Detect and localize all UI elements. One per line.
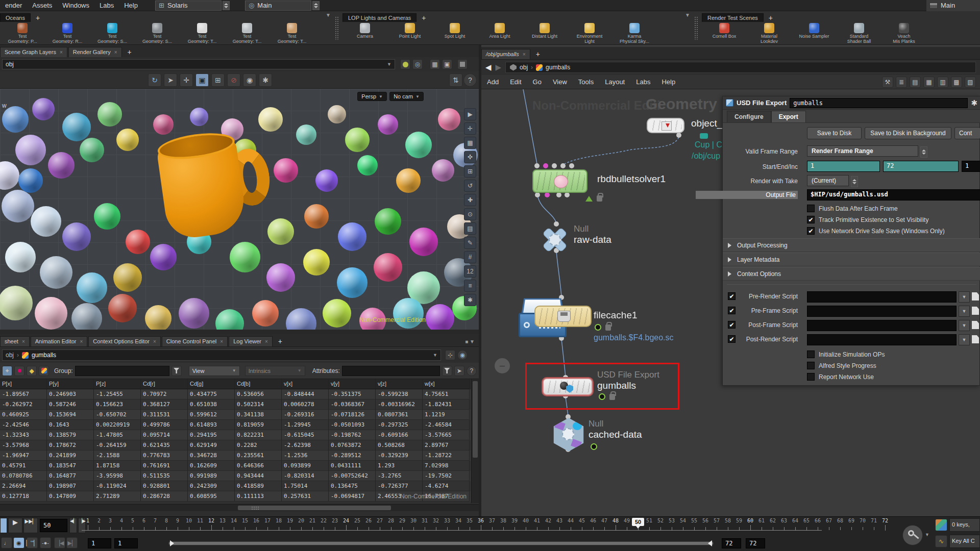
viewport-side-icon-9[interactable]: ✎ xyxy=(464,237,476,249)
close-icon[interactable]: × xyxy=(153,339,156,344)
net-menu-tools[interactable]: Tools xyxy=(573,75,599,89)
vertex-mode-icon[interactable] xyxy=(14,366,24,376)
view-dropdown[interactable]: View▼ xyxy=(189,366,240,376)
new-tab-button[interactable]: + xyxy=(274,337,287,346)
close-icon[interactable]: × xyxy=(220,339,223,344)
tab-log-viewer[interactable]: Log Viewer× xyxy=(229,336,273,346)
close-icon[interactable]: × xyxy=(523,52,526,57)
shelf-tab-0[interactable]: Oceans xyxy=(0,13,31,22)
close-icon[interactable]: × xyxy=(80,339,83,344)
script-field[interactable] xyxy=(807,306,957,317)
shelf-tab-2[interactable]: Render Test Scenes xyxy=(702,13,764,22)
params-tab-export[interactable]: Export xyxy=(771,111,806,122)
stow-bar-button[interactable]: – xyxy=(495,358,510,373)
viewport-side-icon-7[interactable]: ⊙ xyxy=(464,208,476,220)
layout-selector[interactable]: ◎ Main xyxy=(245,1,311,11)
node-label[interactable]: raw-data xyxy=(574,234,611,245)
shelf-add-tab-button[interactable]: + xyxy=(416,14,431,22)
shelf-tool-environment[interactable]: Environment Light xyxy=(567,22,612,44)
script-dropdown-button[interactable]: ▼ xyxy=(959,306,970,317)
params-tab-configure[interactable]: Configure xyxy=(727,111,771,122)
tab-clone-control-panel[interactable]: Clone Control Panel× xyxy=(162,336,228,346)
viewport-side-icon-2[interactable]: ▦ xyxy=(464,137,476,149)
table-row[interactable]: -1.895670.246903-1.254550.709720.4347750… xyxy=(0,389,471,399)
range-handle-left[interactable] xyxy=(170,540,174,546)
playback-range-slider[interactable] xyxy=(168,541,714,545)
handles-tool-icon[interactable]: ✛ xyxy=(180,73,193,87)
node-label[interactable]: gumballs xyxy=(597,380,636,391)
checkbox-report-network-use[interactable] xyxy=(807,373,815,381)
back-icon[interactable]: ◀ xyxy=(485,63,492,72)
new-tab-button[interactable]: + xyxy=(531,50,545,59)
net-menu-add[interactable]: Add xyxy=(481,75,504,89)
menu-assets[interactable]: Assets xyxy=(27,0,57,11)
range-start-field[interactable]: 1 xyxy=(88,538,111,548)
menu-help[interactable]: Help xyxy=(119,0,143,11)
key-button[interactable] xyxy=(902,525,923,545)
end-frame-field[interactable]: 72 xyxy=(883,161,959,172)
net-menu-go[interactable]: Go xyxy=(527,75,547,89)
column-header[interactable]: Cd[b] xyxy=(235,379,282,389)
output-file-field[interactable]: $HIP/usd/gumballs.usd xyxy=(807,189,980,201)
range-start-icon[interactable]: ▕◀ xyxy=(54,537,65,548)
tab-scene-graph-layers[interactable]: Scene Graph Layers× xyxy=(0,47,67,57)
horizontal-scrollbar[interactable] xyxy=(0,504,479,511)
node-rbdbulletsolver[interactable] xyxy=(532,169,587,193)
shelf-dropdown-icon[interactable]: ▼ xyxy=(685,12,690,18)
script-field[interactable] xyxy=(807,334,957,345)
node-object-merge[interactable] xyxy=(647,118,684,133)
edit-script-icon[interactable] xyxy=(972,292,979,300)
range-start-field-2[interactable]: 1 xyxy=(114,538,138,548)
close-icon[interactable]: × xyxy=(60,49,63,55)
render-view-icon[interactable]: ▣ xyxy=(195,73,209,87)
range-end-field-2[interactable]: 72 xyxy=(746,538,765,548)
persp-button[interactable]: Persp▼ xyxy=(357,92,387,101)
jump-to-end-button[interactable]: ▶▶▏ xyxy=(23,518,38,533)
network-toolbar-icon-6[interactable]: ▧ xyxy=(965,77,976,88)
range-end-icon[interactable]: ▶▏ xyxy=(66,537,78,548)
table-row[interactable]: 0.07807860.164877-3.959980.5115350.99198… xyxy=(0,471,471,481)
script-dropdown-button[interactable]: ▼ xyxy=(959,320,970,331)
table-row[interactable]: -3.579680.178672-0.2641590.6214350.62914… xyxy=(0,440,471,450)
close-icon[interactable]: × xyxy=(22,339,25,344)
save-to-disk-button[interactable]: Save to Disk xyxy=(807,127,862,139)
column-header[interactable]: P[y] xyxy=(47,379,94,389)
network-toolbar-icon-5[interactable]: ▩ xyxy=(951,77,962,88)
audio-icon[interactable]: ♩ xyxy=(1,537,12,548)
shelf-tool-karma[interactable]: Karma Physical Sky... xyxy=(612,22,657,44)
shelf-tool-standard[interactable]: Standard Shader Ball xyxy=(837,22,881,44)
viewport-side-icon-3[interactable]: ✜ xyxy=(464,151,476,163)
main-takes-selector[interactable]: Main xyxy=(926,0,980,11)
shelf-tool-test[interactable]: Test Geometry: T... xyxy=(225,22,270,44)
play-button[interactable]: ▶ xyxy=(8,518,22,533)
zoom-region-icon[interactable]: ⊞ xyxy=(211,73,225,87)
viewport-side-icon-12[interactable]: ≡ xyxy=(464,280,476,292)
close-icon[interactable]: × xyxy=(114,49,117,55)
menu-labs[interactable]: Labs xyxy=(94,0,119,11)
group-filter-icon[interactable] xyxy=(172,366,182,376)
forward-icon[interactable]: ▶ xyxy=(496,63,502,72)
table-row[interactable]: -0.2629720.5872460.1566230.3681270.65103… xyxy=(0,399,471,410)
layout-spinner[interactable] xyxy=(312,1,320,10)
flipbook-icon[interactable]: ◉ xyxy=(243,73,256,87)
keys-count-button[interactable]: 0 keys, xyxy=(949,518,980,532)
points-mode-icon[interactable]: ✦ xyxy=(2,366,12,376)
attributes-input[interactable] xyxy=(342,366,440,376)
shelf-dropdown-icon[interactable]: ▼ xyxy=(326,12,331,18)
select-tool-icon[interactable]: ➤ xyxy=(164,73,177,87)
script-dropdown-button[interactable]: ▼ xyxy=(959,334,970,345)
table-row[interactable]: -1.969470.241899-2.15880.7767830.3467280… xyxy=(0,450,471,461)
table-row[interactable]: 0.457910.1835471.871580.7616910.1626090.… xyxy=(0,461,471,471)
key-dropdown-icon[interactable]: ▼ xyxy=(925,532,929,537)
shelf-splitter[interactable] xyxy=(335,16,339,40)
shelf-tool-camera[interactable]: Camera xyxy=(342,22,387,44)
network-toolbar-icon-0[interactable]: ⚒ xyxy=(882,77,893,88)
section-output-processing[interactable]: Output Processing xyxy=(723,238,980,252)
network-tab[interactable]: /obj/gumballs× xyxy=(481,49,530,59)
shelf-tool-test[interactable]: Test Geometry: T... xyxy=(270,22,314,44)
display-square-icon[interactable] xyxy=(457,59,468,69)
camera-b-icon[interactable]: ▣ xyxy=(442,59,452,69)
net-menu-edit[interactable]: Edit xyxy=(504,75,527,89)
shelf-tool-cornell-box[interactable]: Cornell Box xyxy=(702,22,747,44)
shelf-tool-test[interactable]: Test Geometry: R... xyxy=(45,22,90,44)
